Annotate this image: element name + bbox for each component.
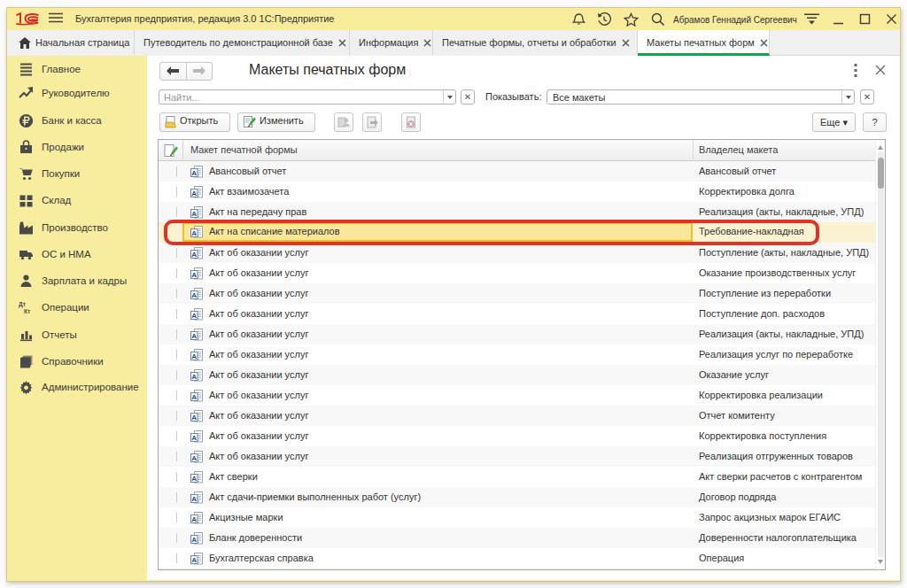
svg-text:А: А	[191, 434, 197, 442]
svg-text:А: А	[191, 475, 197, 483]
svg-text:А: А	[191, 515, 197, 523]
svg-text:А: А	[191, 536, 197, 544]
svg-text:А: А	[191, 312, 197, 320]
svg-text:А: А	[191, 556, 197, 564]
svg-text:А: А	[191, 169, 197, 177]
svg-text:А: А	[191, 393, 197, 401]
svg-text:А: А	[191, 352, 197, 360]
svg-text:А: А	[191, 251, 197, 259]
svg-text:А: А	[191, 271, 197, 279]
svg-text:А: А	[191, 291, 197, 299]
svg-text:А: А	[191, 332, 197, 340]
svg-text:А: А	[191, 190, 197, 197]
svg-text:А: А	[191, 210, 197, 218]
svg-text:Кт: Кт	[24, 308, 30, 314]
svg-text:А: А	[191, 454, 197, 462]
svg-text:А: А	[191, 373, 197, 381]
svg-text:А: А	[191, 495, 197, 503]
svg-text:А: А	[191, 414, 197, 422]
svg-text:Дт: Дт	[19, 301, 26, 308]
